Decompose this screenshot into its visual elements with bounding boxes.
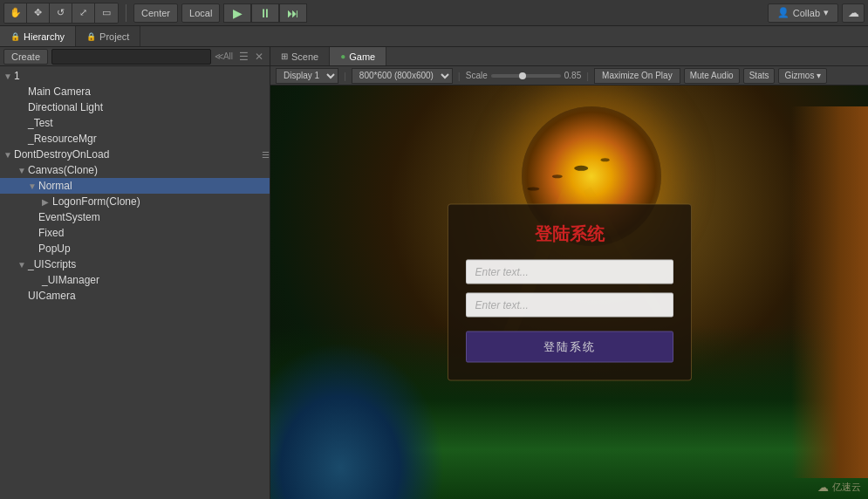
tree-label-cv: Canvas(Clone): [28, 164, 98, 176]
gizmos-arrow: ▾: [817, 71, 821, 80]
tree-item-fixed[interactable]: Fixed: [0, 225, 270, 241]
panel-controls: ☰ ✕: [236, 50, 266, 64]
tree-label-uc: UICamera: [28, 290, 76, 302]
step-btn[interactable]: ⏭: [279, 3, 307, 23]
tree-label-pp: PopUp: [38, 243, 71, 255]
watermark-icon: ☁: [817, 481, 829, 494]
game-tab[interactable]: ● Game: [330, 47, 386, 65]
login-password-input[interactable]: [466, 293, 673, 318]
tree-item-dirlight[interactable]: Directional Light: [0, 99, 270, 115]
scale-slider[interactable]: [491, 74, 561, 78]
display-select[interactable]: Display 1: [276, 68, 338, 84]
left-tabs: 🔒 Hierarchy 🔒 Project: [0, 26, 140, 46]
tree-label-es: EventSystem: [38, 211, 100, 223]
tree-label-lg: LogonForm(Clone): [52, 195, 140, 208]
stats-btn[interactable]: Stats: [743, 68, 776, 84]
tabs-row: 🔒 Hierarchy 🔒 Project: [0, 26, 868, 47]
tree-item-uimanager[interactable]: _UIManager: [0, 272, 270, 288]
top-toolbar: ✋ ✥ ↺ ⤢ ▭ Center Local ▶ ⏸ ⏭ 👤 Collab ▾ …: [0, 0, 868, 26]
tree-label-1: 1: [14, 70, 20, 82]
login-submit-btn[interactable]: 登陆系统: [466, 332, 673, 363]
collab-label: Collab: [793, 8, 820, 18]
tree-label-fx: Fixed: [38, 227, 64, 239]
maximize-on-play-btn[interactable]: Maximize On Play: [594, 68, 680, 84]
space-btn[interactable]: Local: [181, 3, 220, 23]
tree-item-maincamera[interactable]: Main Camera: [0, 84, 270, 99]
tree-label-um: _UIManager: [42, 274, 99, 286]
gizmos-label: Gizmos: [784, 71, 814, 80]
arrow-lg: ▶: [42, 197, 52, 207]
login-panel: 登陆系统 登陆系统: [448, 204, 692, 381]
play-btn[interactable]: ▶: [223, 3, 251, 23]
scale-thumb: [519, 72, 526, 79]
pivot-btn[interactable]: Center: [133, 3, 178, 23]
tree-label-dd: DontDestroyOnLoad: [14, 148, 109, 161]
collab-icon: 👤: [777, 7, 789, 18]
watermark: ☁ 亿速云: [817, 481, 861, 494]
game-icon: ●: [340, 51, 345, 61]
scene-icon: ⊞: [281, 51, 288, 61]
project-tab[interactable]: 🔒 Project: [76, 26, 140, 46]
arrow-cv: ▼: [17, 166, 28, 175]
project-tab-label: Project: [99, 31, 129, 42]
stats-label: Stats: [749, 71, 769, 80]
gizmos-btn[interactable]: Gizmos ▾: [778, 68, 827, 84]
mute-label: Mute Audio: [690, 71, 734, 80]
scale-value: 0.85: [564, 71, 581, 80]
game-controls-bar: Display 1 | 800*600 (800x600) | Scale 0.…: [270, 66, 868, 85]
scene-tab[interactable]: ⊞ Scene: [270, 47, 330, 65]
login-username-input[interactable]: [466, 260, 673, 284]
hierarchy-panel: Create ≪All ☰ ✕ ▼ 1 Main Camera Directio…: [0, 47, 270, 499]
arrow-1: ▼: [3, 72, 14, 81]
cloud-btn[interactable]: ☁: [842, 3, 865, 23]
main-layout: Create ≪All ☰ ✕ ▼ 1 Main Camera Directio…: [0, 47, 868, 499]
hierarchy-tab-label: Hierarchy: [24, 31, 65, 42]
hierarchy-search[interactable]: [51, 49, 211, 65]
game-background: 登陆系统 登陆系统 ☁ 亿速云: [270, 85, 868, 499]
watermark-text: 亿速云: [832, 481, 861, 494]
all-label[interactable]: ≪All: [215, 51, 233, 61]
lock-icon: 🔒: [10, 32, 20, 41]
hierarchy-tree: ▼ 1 Main Camera Directional Light _Test …: [0, 66, 270, 499]
tool-group: ✋ ✥ ↺ ⤢ ▭: [3, 3, 119, 24]
tree-item-eventsys[interactable]: EventSystem: [0, 209, 270, 225]
hierarchy-toolbar: Create ≪All ☰ ✕: [0, 47, 270, 66]
create-btn[interactable]: Create: [3, 49, 48, 65]
hierarchy-tab[interactable]: 🔒 Hierarchy: [0, 26, 76, 46]
tree-item-test[interactable]: _Test: [0, 115, 270, 131]
tree-item-uiscripts[interactable]: ▼ _UIScripts: [0, 256, 270, 272]
login-title: 登陆系统: [466, 222, 673, 246]
tree-item-logon[interactable]: ▶ LogonForm(Clone): [0, 194, 270, 209]
panel-menu-small[interactable]: ☰: [262, 150, 270, 160]
hand-tool-btn[interactable]: ✋: [4, 3, 27, 23]
tree-item-uicamera[interactable]: UICamera: [0, 288, 270, 304]
lock-icon-2: 🔒: [86, 32, 96, 41]
move-tool-btn[interactable]: ✥: [27, 3, 50, 23]
pause-btn[interactable]: ⏸: [251, 3, 279, 23]
tree-item-canvas[interactable]: ▼ Canvas(Clone): [0, 162, 270, 178]
tree-item-dontdestroy[interactable]: ▼ DontDestroyOnLoad ☰: [0, 147, 270, 162]
panel-close-btn[interactable]: ✕: [252, 50, 266, 64]
mute-audio-btn[interactable]: Mute Audio: [684, 68, 740, 84]
tree-label-nm: Normal: [38, 180, 72, 192]
rotate-tool-btn[interactable]: ↺: [50, 3, 72, 23]
rect-tool-btn[interactable]: ▭: [95, 3, 118, 23]
collab-btn[interactable]: 👤 Collab ▾: [768, 3, 838, 23]
resolution-select[interactable]: 800*600 (800x600): [352, 68, 453, 84]
scale-label: Scale: [466, 71, 488, 80]
bottom-character: [270, 342, 445, 499]
tree-item-normal[interactable]: ▼ Normal: [0, 178, 270, 194]
tree-label-us: _UIScripts: [28, 258, 76, 270]
sep-3: |: [586, 71, 589, 81]
arrow-nm: ▼: [28, 181, 38, 191]
tree-item-popup[interactable]: PopUp: [0, 241, 270, 256]
tree-item-resmgr[interactable]: _ResourceMgr: [0, 131, 270, 147]
separator-1: [126, 4, 126, 22]
view-tabs: ⊞ Scene ● Game: [270, 47, 868, 66]
game-view: 登陆系统 登陆系统 ☁ 亿速云: [270, 85, 868, 499]
cloud-icon: ☁: [848, 6, 859, 19]
scale-tool-btn[interactable]: ⤢: [72, 3, 95, 23]
tree-label-mc: Main Camera: [28, 85, 91, 98]
tree-item-root[interactable]: ▼ 1: [0, 68, 270, 84]
panel-menu-btn[interactable]: ☰: [236, 50, 250, 64]
